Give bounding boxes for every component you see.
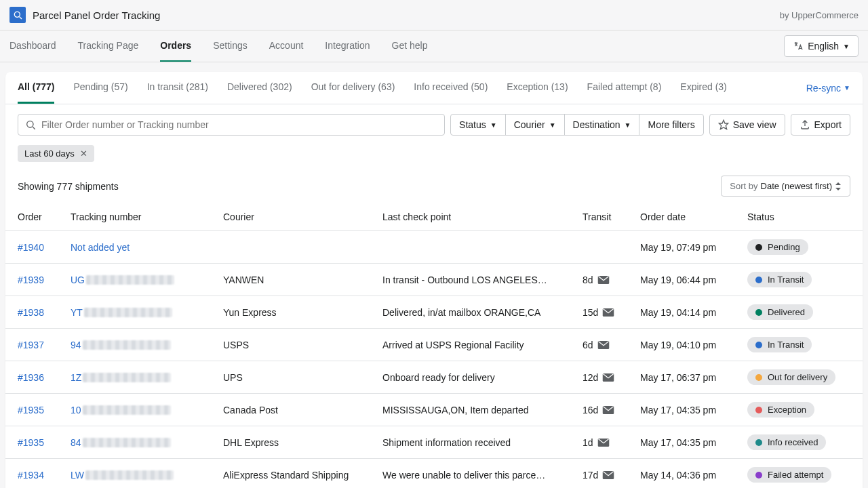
order-link[interactable]: #1937 [18,340,44,350]
mail-icon [602,373,614,382]
transit-cell: 17d [583,470,616,481]
status-tab-in-transit[interactable]: In transit (281) [147,72,208,104]
date-cell: May 17, 04:35 pm [628,426,735,459]
courier-cell: USPS [211,329,370,361]
status-tab-exception[interactable]: Exception (13) [507,72,568,104]
status-badge: Exception [747,402,814,418]
order-link[interactable]: #1935 [18,405,44,415]
resync-button[interactable]: Re-sync ▼ [806,83,850,94]
tracking-link[interactable]: 1Z [71,372,81,383]
order-link[interactable]: #1934 [18,470,44,481]
main: All (777)Pending (57)In transit (281)Del… [0,62,868,488]
chip-remove-icon[interactable]: ✕ [80,148,87,159]
result-count: Showing 777 shipments [18,181,119,192]
shipments-table: Order Tracking number Courier Last check… [5,203,863,488]
save-view-button[interactable]: Save view [709,114,785,136]
courier-cell: YANWEN [211,264,370,296]
tracking-masked [83,405,171,415]
svg-marker-5 [835,182,841,185]
tracking-link[interactable]: Not added yet [71,242,130,253]
order-link[interactable]: #1938 [18,307,44,318]
mail-icon [597,340,610,350]
courier-filter[interactable]: Courier▼ [505,114,565,136]
star-icon [718,119,729,130]
status-dot [755,407,762,413]
filter-group: Status▼ Courier▼ Destination▼ More filte… [450,114,704,136]
status-filter[interactable]: Status▼ [450,114,506,136]
mail-icon [602,308,614,317]
tracking-link[interactable]: UG [71,274,85,285]
order-link[interactable]: #1936 [18,372,44,383]
chip-label: Last 60 days [24,148,75,159]
svg-marker-4 [719,120,728,129]
status-tab-info-received[interactable]: Info received (50) [414,72,488,104]
tracking-link[interactable]: LW [71,470,84,481]
date-cell: May 17, 04:35 pm [628,394,735,426]
nav-tab-settings[interactable]: Settings [213,30,248,62]
order-link[interactable]: #1940 [18,242,44,253]
nav-tab-dashboard[interactable]: Dashboard [9,30,56,62]
nav-tab-account[interactable]: Account [269,30,304,62]
status-tabs-left: All (777)Pending (57)In transit (281)Del… [18,72,727,104]
checkpoint-cell: In transit - Outbound LOS ANGELES… [382,274,558,285]
date-cell: May 19, 07:49 pm [628,231,735,264]
table-header-row: Order Tracking number Courier Last check… [5,203,863,231]
table-row: #19361ZUPSOnboard ready for delivery12dM… [5,361,863,394]
search-box[interactable] [18,114,445,136]
tracking-link[interactable]: 10 [71,405,81,415]
order-link[interactable]: #1935 [18,437,44,448]
export-button[interactable]: Export [791,114,850,136]
status-tab-pending[interactable]: Pending (57) [73,72,127,104]
search-input[interactable] [41,119,437,130]
mail-icon [597,275,610,285]
tracking-link[interactable]: YT [71,307,83,318]
courier-cell: DHL Express [211,426,370,459]
nav-tab-orders[interactable]: Orders [160,30,191,62]
caret-down-icon: ▼ [549,121,556,129]
status-dot [755,244,762,251]
nav-tab-tracking-page[interactable]: Tracking Page [78,30,139,62]
status-dot [755,472,762,479]
svg-line-3 [33,127,35,129]
col-tracking: Tracking number [58,203,211,231]
table-row: #193794USPSArrived at USPS Regional Faci… [5,329,863,361]
meta-row: Showing 777 shipments Sort by Date (newe… [5,169,863,203]
tracking-masked [83,373,171,382]
svg-line-1 [20,17,22,19]
status-tab-out-for-delivery[interactable]: Out for delivery (63) [311,72,395,104]
status-dot [755,277,762,283]
date-cell: May 17, 06:37 pm [628,361,735,394]
date-cell: May 19, 04:14 pm [628,296,735,329]
app-logo [9,7,26,23]
status-tab-expired[interactable]: Expired (3) [680,72,726,104]
status-tabs: All (777)Pending (57)In transit (281)Del… [5,72,863,104]
language-label: English [808,41,839,52]
checkpoint-cell: Arrived at USPS Regional Facility [382,340,558,350]
nav-tab-integration[interactable]: Integration [325,30,370,62]
status-badge: In Transit [747,272,812,287]
order-link[interactable]: #1939 [18,274,44,285]
transit-cell: 6d [583,340,616,350]
language-button[interactable]: English ▼ [784,35,859,57]
translate-icon [793,41,804,52]
nav-tab-get-help[interactable]: Get help [392,30,428,62]
panel: All (777)Pending (57)In transit (281)Del… [5,72,863,488]
date-filter-chip[interactable]: Last 60 days ✕ [18,145,94,162]
transit-cell: 15d [583,307,616,318]
col-transit: Transit [570,203,628,231]
topbar: Parcel Panel Order Tracking by UpperComm… [0,0,868,30]
date-cell: May 19, 06:44 pm [628,264,735,296]
toolbar: Status▼ Courier▼ Destination▼ More filte… [5,104,863,145]
more-filters[interactable]: More filters [639,114,703,136]
tracking-masked [83,340,171,350]
tracking-link[interactable]: 94 [71,340,81,350]
transit-cell: 16d [583,405,616,415]
status-tab-delivered[interactable]: Delivered (302) [227,72,292,104]
search-icon [25,119,36,130]
sort-button[interactable]: Sort by Date (newest first) [721,176,850,197]
destination-filter[interactable]: Destination▼ [564,114,640,136]
status-tab-failed-attempt[interactable]: Failed attempt (8) [587,72,662,104]
status-tab-all[interactable]: All (777) [18,72,54,104]
caret-down-icon: ▼ [490,121,497,129]
tracking-link[interactable]: 84 [71,437,81,448]
